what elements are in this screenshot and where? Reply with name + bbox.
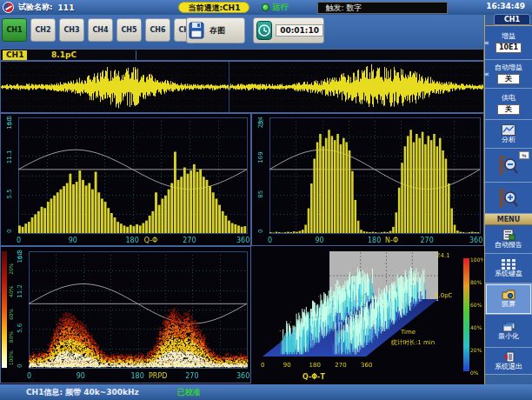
analysis-chart-icon xyxy=(502,124,515,136)
save-image-label: 存图 xyxy=(209,25,225,37)
gain-label: 增益 xyxy=(502,32,515,41)
waveform-panel xyxy=(0,61,484,113)
system-exit-label: 系统退出 xyxy=(495,363,522,371)
discharge-magnitude-value: 8.1pC xyxy=(51,50,76,59)
current-channel-badge: 当前通道:CH1 xyxy=(178,2,249,13)
zoom-out-button[interactable]: ⇆ xyxy=(485,149,532,183)
signal-header: CH1 8.1pC xyxy=(0,49,484,61)
system-keyboard-label: 系统键盘 xyxy=(495,270,522,278)
system-keyboard-button[interactable]: 系统键盘 xyxy=(485,254,532,283)
power-supply-label: 供电 xyxy=(502,94,515,103)
screen-capture-button[interactable]: 抓屏 xyxy=(485,283,532,315)
collapse-chevron-icon[interactable]: « xyxy=(484,70,489,78)
report-document-icon xyxy=(502,229,515,241)
q-phi-t-surface xyxy=(252,247,483,383)
menu-header[interactable]: MENU xyxy=(485,214,532,225)
minimize-windows-icon xyxy=(502,321,515,332)
channel-button-ch5[interactable]: CH5 xyxy=(116,18,142,42)
sidebar-body: « 增益 10E1 « 自动增益 关 供电 关 分析 ⇆ xyxy=(485,25,532,375)
sidebar-channel-tab[interactable]: CH1 xyxy=(494,14,530,25)
test-name-label: 试验名称: xyxy=(18,2,53,13)
floppy-disk-icon xyxy=(187,21,206,40)
zoom-out-icon xyxy=(498,154,519,177)
run-indicator-icon xyxy=(262,3,269,11)
analysis-label: 分析 xyxy=(502,136,515,144)
gain-value: 10E1 xyxy=(495,43,522,53)
title-bar: 试验名称: 111 当前通道:CH1 运行 触发: 数字 16:34:49 xyxy=(0,0,532,15)
channel-info-text: CH1信息: 频带 40k~300kHz xyxy=(26,387,139,398)
channel-button-ch6[interactable]: CH6 xyxy=(145,18,170,42)
minimize-label: 最小化 xyxy=(498,332,519,341)
timer-button[interactable] xyxy=(256,21,272,40)
zoom-in-icon xyxy=(498,187,519,210)
prpd-heatmap xyxy=(1,247,250,383)
elapsed-time-value: 00:01:10 xyxy=(276,24,323,37)
trigger-mode-box: 触发: 数字 xyxy=(317,2,448,14)
q-phi-histogram xyxy=(1,114,250,245)
q-phi-t-chart-panel xyxy=(251,246,484,383)
auto-report-label: 自动报告 xyxy=(495,241,522,250)
channel-button-ch2[interactable]: CH2 xyxy=(30,18,56,42)
collapse-chevron-icon[interactable]: « xyxy=(484,38,489,47)
clock-icon xyxy=(257,23,271,37)
n-phi-chart-panel xyxy=(251,113,484,246)
exit-door-icon xyxy=(502,351,515,363)
pd-analyzer-window: 试验名称: 111 当前通道:CH1 运行 触发: 数字 16:34:49 CH… xyxy=(0,0,532,400)
keyboard-icon xyxy=(502,259,515,270)
screen-capture-label: 抓屏 xyxy=(502,300,515,309)
auto-gain-button[interactable]: « 自动增益 关 xyxy=(485,60,532,89)
system-exit-button[interactable]: 系统退出 xyxy=(485,348,532,375)
channel-button-ch1[interactable]: CH1 xyxy=(2,18,27,42)
n-phi-histogram xyxy=(252,114,483,245)
waveform-divider xyxy=(229,62,229,112)
channel-button-ch3[interactable]: CH3 xyxy=(59,18,84,42)
toolbar: CH1CH2CH3CH4CH5CH6CH7CH8 存图 00:01:10 xyxy=(0,15,484,49)
run-status-label: 运行 xyxy=(272,2,288,13)
power-supply-value: 关 xyxy=(497,104,520,115)
zoom-in-button[interactable] xyxy=(485,183,532,214)
analysis-button[interactable]: 分析 xyxy=(485,120,532,149)
app-logo-icon xyxy=(3,2,14,13)
channel-button-ch4[interactable]: CH4 xyxy=(88,18,113,42)
auto-gain-value: 关 xyxy=(497,74,520,84)
system-clock: 16:34:49 xyxy=(486,2,525,10)
gain-button[interactable]: « 增益 10E1 xyxy=(485,26,532,60)
auto-report-button[interactable]: 自动报告 xyxy=(485,225,532,254)
calibrated-badge: 已校准 xyxy=(177,387,201,398)
camera-capture-icon xyxy=(502,289,515,300)
minimize-button[interactable]: 最小化 xyxy=(485,315,532,348)
prpd-chart-panel xyxy=(0,246,251,383)
sidebar: CH1 « 增益 10E1 « 自动增益 关 供电 关 分析 xyxy=(484,15,532,384)
q-phi-chart-panel xyxy=(0,113,251,246)
waveform-display xyxy=(1,62,483,112)
save-image-button[interactable]: 存图 xyxy=(186,17,245,43)
signal-channel-badge: CH1 xyxy=(3,50,27,60)
header-divider xyxy=(136,50,136,61)
status-bar: CH1信息: 频带 40k~300kHz 已校准 xyxy=(0,384,532,400)
test-name-value: 111 xyxy=(58,3,75,12)
zoom-out-badge: ⇆ xyxy=(519,151,529,159)
power-supply-button[interactable]: 供电 关 xyxy=(485,89,532,120)
timer-panel: 00:01:10 xyxy=(253,17,324,43)
display-area: CH1 8.1pC xyxy=(0,49,484,384)
run-status: 运行 xyxy=(262,2,288,13)
auto-gain-label: 自动增益 xyxy=(495,63,522,72)
